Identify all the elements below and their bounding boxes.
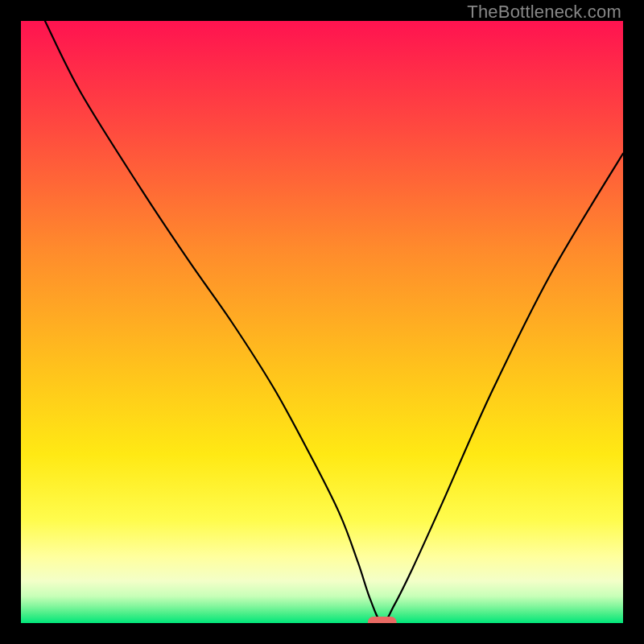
gradient-background	[21, 21, 623, 623]
watermark-text: TheBottleneck.com	[467, 2, 621, 23]
chart-frame	[21, 21, 623, 623]
bottleneck-chart	[21, 21, 623, 623]
optimal-range-marker	[368, 617, 397, 623]
